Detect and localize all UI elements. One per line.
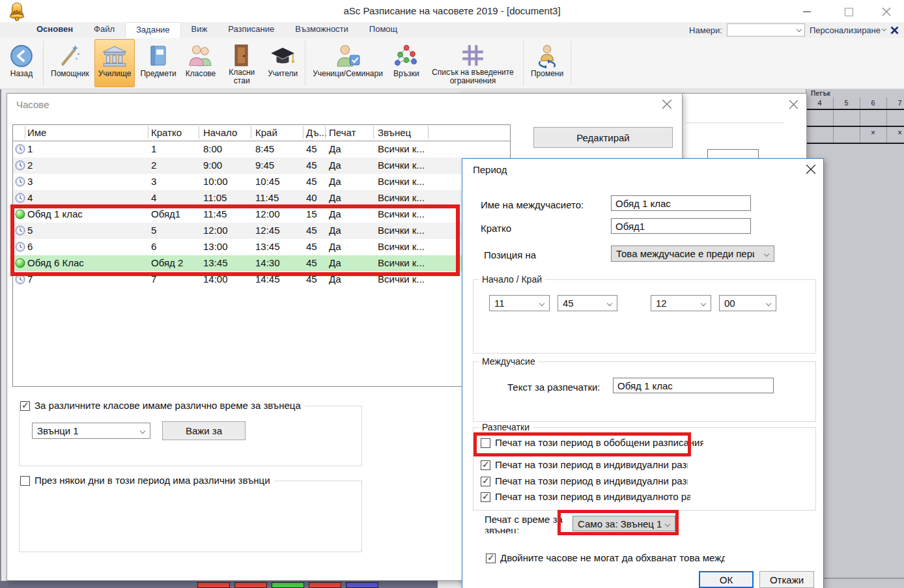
students-seminars-button[interactable]: Ученици/Семинари (309, 39, 387, 87)
window-title: aSc Разписание на часовете 2019 - [docum… (343, 5, 560, 16)
classes-button[interactable]: Класове (182, 39, 219, 87)
close-panel-icon[interactable] (890, 26, 899, 35)
status-color-blue[interactable] (346, 582, 378, 588)
checkbox-label: Печат на този период в индивидуални разп… (495, 475, 688, 486)
close-button[interactable] (801, 162, 821, 176)
grid-x-mark: × (886, 128, 904, 137)
status-color-red[interactable] (197, 582, 230, 588)
app-bell-icon: aSc (7, 1, 27, 24)
dialog-title: Период (473, 164, 507, 175)
col-header-short[interactable]: Кратко (151, 127, 182, 138)
col-header-dur[interactable]: Дъ... (306, 127, 327, 138)
checkbox[interactable] (481, 460, 490, 470)
checkbox[interactable] (481, 492, 490, 502)
double-periods-checkbox-row[interactable]: Двойните часове не могат да обхванат тов… (486, 552, 725, 564)
chevron-down-icon (882, 27, 886, 31)
changes-button[interactable]: Промени (527, 39, 567, 87)
tab-razpisanie[interactable]: Разписание (218, 22, 285, 38)
col-header-bell[interactable]: Звънец (378, 127, 411, 138)
subjects-button[interactable]: Предмети (136, 39, 180, 87)
checkbox[interactable] (20, 476, 30, 486)
annotation-box-bell-select (558, 510, 679, 535)
cell-name: 3 (27, 176, 33, 187)
status-color-green[interactable] (272, 582, 304, 588)
col-header-name[interactable]: Име (27, 127, 46, 138)
table-row[interactable]: 229:009:4545ДаВсички к... (13, 158, 510, 174)
grid-col-header: 5 (833, 99, 860, 107)
personalize-menu[interactable]: Персонализиране (810, 25, 886, 35)
different-bells-checkbox-row[interactable]: За различните класове имаме различно вре… (20, 400, 305, 412)
tab-vizh[interactable]: Виж (181, 22, 218, 38)
table-header-row: Име Кратко Начало Край Дъ... Печат Звъне… (13, 125, 510, 141)
ok-button[interactable]: ОК (699, 571, 754, 588)
col-header-print[interactable]: Печат (329, 127, 356, 138)
start-minute-select[interactable]: 45 (558, 295, 617, 311)
school-button[interactable]: Училище (94, 39, 135, 87)
status-color-red[interactable] (309, 582, 341, 588)
minimize-button[interactable] (796, 6, 818, 18)
cell-short: 4 (151, 192, 156, 203)
classrooms-button[interactable]: Класни стаи (221, 39, 262, 87)
end-minute-select[interactable]: 00 (719, 295, 776, 311)
close-icon (662, 99, 672, 109)
clock-icon (15, 160, 25, 171)
print-text-input[interactable]: Обяд 1 клас (613, 378, 774, 393)
edit-button[interactable]: Редактирай (533, 127, 673, 148)
cell-name: 1 (27, 143, 33, 154)
printout-checkbox-row[interactable]: Печат на този период в индивидуални разп… (481, 459, 688, 471)
chevron-down-icon (797, 27, 802, 32)
col-header-start[interactable]: Начало (203, 127, 237, 138)
start-hour-select[interactable]: 11 (489, 295, 550, 311)
close-button[interactable] (875, 6, 897, 18)
col-header-end[interactable]: Край (255, 127, 277, 138)
checkbox[interactable] (20, 401, 30, 411)
constraints-list-button[interactable]: Списък на въведените ограничения (426, 39, 520, 87)
status-color-red[interactable] (234, 582, 267, 588)
annotation-box-print-checkbox (473, 432, 691, 456)
table-row[interactable]: 3310:0010:4545ДаВсички к... (13, 174, 510, 190)
table-row[interactable]: 118:008:4545ДаВсички к... (13, 141, 510, 158)
group-label: Начало / Край (479, 274, 545, 285)
tab-fail[interactable]: Файл (83, 22, 125, 38)
break-name-input[interactable]: Обяд 1 клас (611, 195, 751, 211)
group-label: Междучасие (479, 356, 539, 367)
cell-start: 9:00 (203, 160, 222, 171)
links-button[interactable]: Връзки (388, 39, 425, 87)
applies-to-button[interactable]: Важи за (162, 421, 246, 440)
cell-end: 11:45 (255, 192, 279, 203)
cancel-button[interactable]: Откажи (759, 571, 814, 588)
back-button[interactable]: Назад (3, 39, 40, 87)
tab-pomosht[interactable]: Помощ (359, 22, 408, 38)
bells-select[interactable]: Звънци 1 (32, 423, 150, 439)
start-hour-value: 11 (494, 298, 505, 309)
tab-osnoven[interactable]: Основен (26, 22, 83, 38)
group-label: Разпечатки (479, 422, 533, 432)
tab-vazmozhnosti[interactable]: Възможности (285, 22, 359, 38)
maximize-button[interactable] (838, 6, 860, 18)
position-select[interactable]: Това междучасие е преди период nr (611, 245, 774, 262)
graduation-cap-icon (270, 42, 296, 70)
some-days-checkbox-row[interactable]: През някои дни в този период има различн… (20, 475, 274, 486)
tab-zadanie[interactable]: Задание (125, 22, 181, 38)
end-hour-select[interactable]: 12 (651, 295, 711, 311)
checkbox[interactable] (486, 553, 496, 563)
checkbox-label: За различните класове имаме различно вре… (35, 400, 301, 411)
clock-icon (15, 144, 25, 154)
close-button[interactable] (657, 97, 677, 111)
printout-checkbox-row[interactable]: Печат на този период в индивидуални разп… (481, 475, 688, 487)
checkbox[interactable] (481, 477, 490, 486)
assistant-button[interactable]: Помощник (47, 39, 93, 87)
position-select-value: Това междучасие е преди период nr (616, 248, 754, 259)
cell-start: 10:00 (203, 176, 228, 187)
short-name-input[interactable]: Обяд1 (611, 218, 751, 234)
cell-dur: 40 (306, 192, 317, 203)
end-hour-value: 12 (656, 298, 667, 309)
app-window: aSc aSc Разписание на часовете 2019 - [d… (0, 0, 904, 588)
teachers-button[interactable]: Учители (264, 39, 302, 87)
cell-short: 3 (151, 176, 156, 187)
printout-checkbox-row[interactable]: Печат на този период в индивидуалното ра… (481, 491, 690, 503)
checkbox-label: Печат на този период в индивидуални разп… (495, 459, 688, 470)
clock-icon (15, 176, 25, 187)
find-input[interactable] (727, 23, 805, 36)
close-button[interactable] (784, 97, 803, 111)
